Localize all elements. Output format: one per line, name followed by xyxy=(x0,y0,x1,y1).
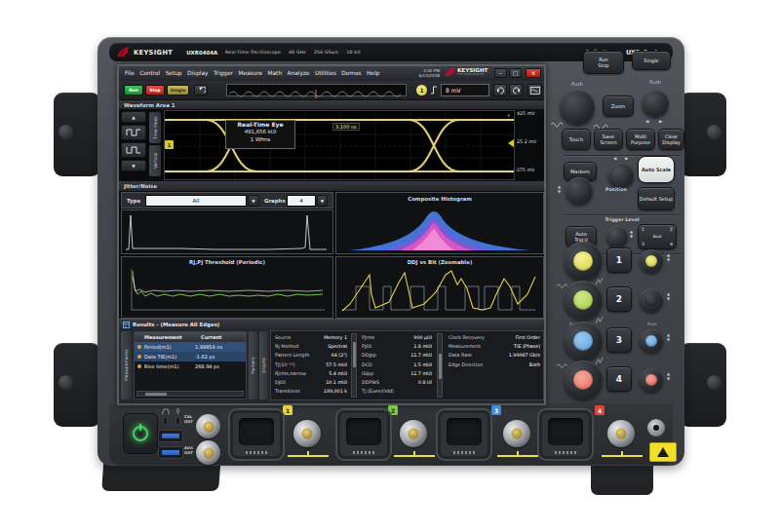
jitter-noise-titlebar: Jitter/Noise xyxy=(119,181,544,191)
ch2-button[interactable]: 2 xyxy=(606,286,632,312)
scrollbar-thumb[interactable] xyxy=(353,342,356,367)
cal-out-label: CALOUT xyxy=(184,415,193,424)
minimize-button[interactable]: – xyxy=(494,68,507,78)
clamp-screw xyxy=(707,375,722,390)
close-button[interactable]: × xyxy=(526,68,541,78)
trigger-level-field[interactable]: 8 mV xyxy=(441,84,489,96)
bezel-spec-rate: 256 GSa/s xyxy=(314,50,338,55)
run-button[interactable]: Run xyxy=(124,85,143,95)
ch1-scale-knob[interactable] xyxy=(564,242,603,281)
touch-button[interactable]: Touch xyxy=(562,129,591,150)
trigger-knob-arrows: ▲▼ xyxy=(630,230,633,239)
left-top-clamp xyxy=(54,93,100,176)
maximize-button[interactable]: □ xyxy=(509,68,522,78)
undo-icon[interactable] xyxy=(493,84,507,96)
tab-time-meas[interactable]: Time Meas xyxy=(149,112,161,143)
default-setup-button[interactable]: Default Setup xyxy=(638,187,675,210)
graphs-down-icon[interactable]: ▼ xyxy=(317,195,328,207)
single-button[interactable]: Single xyxy=(167,85,189,95)
ch3-offset-knob[interactable] xyxy=(640,329,663,353)
horizontal-position-knob[interactable] xyxy=(642,90,669,117)
save-screen-button[interactable]: Save Screen xyxy=(594,129,623,150)
trigger-level-marker[interactable] xyxy=(508,139,514,147)
tab-vertical[interactable]: Vertical xyxy=(149,145,161,176)
auto-scale-button[interactable]: Auto Scale xyxy=(638,156,675,183)
bezel-brand: KEYSIGHT xyxy=(134,49,173,57)
keysight-spark-icon xyxy=(445,67,455,77)
graphs-dropdown[interactable]: 4 xyxy=(287,195,316,207)
ch4-scale-knob[interactable] xyxy=(564,361,603,399)
table-hscrollbar[interactable] xyxy=(136,391,244,397)
ch2-scale-knob[interactable] xyxy=(564,281,603,320)
scrollbar-thumb[interactable] xyxy=(145,393,167,396)
trigger-source-pad[interactable]: 1 2 Aux 3 4 xyxy=(638,224,677,249)
menu-utilities[interactable]: Utilities xyxy=(315,70,336,76)
tab-measurements[interactable]: Measurements xyxy=(121,331,132,399)
ch4-offset-knob[interactable] xyxy=(640,368,663,392)
type-dropdown[interactable]: All xyxy=(145,195,247,207)
eye-diagram-graph[interactable]: Real-Time Eye 491,656 kUI 1 Wfms 3.100 n… xyxy=(164,110,515,180)
ch3-scale-knob[interactable] xyxy=(564,322,603,361)
menu-help[interactable]: Help xyxy=(367,70,379,76)
scale-up-button[interactable]: ▲ xyxy=(121,111,146,123)
stop-button[interactable]: Stop xyxy=(145,85,165,95)
redo-icon[interactable] xyxy=(509,84,523,96)
menu-control[interactable]: Control xyxy=(139,70,160,76)
ch2-offset-knob[interactable] xyxy=(640,288,663,312)
power-button[interactable] xyxy=(123,413,158,454)
scrollbar-thumb[interactable] xyxy=(439,354,442,379)
type-dropdown-arrow-icon[interactable]: ▼ xyxy=(248,195,259,207)
position-knob[interactable] xyxy=(566,177,593,205)
menu-file[interactable]: File xyxy=(125,70,135,76)
ch1-knob-cap xyxy=(645,255,657,267)
tie-histogram-chart[interactable] xyxy=(121,209,333,254)
scope-display-icon[interactable] xyxy=(527,84,542,96)
scale-down-button[interactable]: ▼ xyxy=(121,160,146,171)
ch1-offset-knob[interactable] xyxy=(640,249,663,273)
push-hint-right: Push xyxy=(644,80,667,85)
menu-setup[interactable]: Setup xyxy=(166,70,182,76)
tab-graphs-collapsed[interactable]: Graphs xyxy=(259,331,268,399)
composite-histogram-chart[interactable]: Composite Histogram xyxy=(335,192,544,254)
sine-small-icon xyxy=(550,121,564,129)
menu-trigger[interactable]: Trigger xyxy=(214,70,233,76)
waveform-close-icon[interactable]: × xyxy=(507,112,511,118)
microphone-jack xyxy=(176,417,180,425)
menu-display[interactable]: Display xyxy=(187,70,208,76)
table-row[interactable]: Rise time(m1) 268.94 ps xyxy=(135,361,246,371)
position-knob-arrows: ▲▼ xyxy=(558,185,561,194)
multi-purpose-button[interactable]: Multi Purpose xyxy=(626,129,655,150)
clear-display-icon[interactable] xyxy=(194,85,208,95)
ch1-button[interactable]: 1 xyxy=(606,247,632,273)
menu-demos[interactable]: Demos xyxy=(341,70,361,76)
menu-analyze[interactable]: Analyze xyxy=(288,70,310,76)
trigger-level-knob[interactable] xyxy=(606,226,628,247)
aux-label[interactable]: Aux xyxy=(653,234,662,240)
stats-vscrollbar[interactable] xyxy=(351,333,357,398)
rj-pj-threshold-chart[interactable]: RJ,PJ Threshold (Periodic) xyxy=(121,256,333,319)
usb-port-1 xyxy=(158,430,183,442)
waveform-preview-strip[interactable] xyxy=(226,84,407,96)
menu-math[interactable]: Math xyxy=(268,70,283,76)
single-button-panel[interactable]: Single xyxy=(632,51,671,70)
zoom-button[interactable]: Zoom xyxy=(603,95,634,117)
trigger-edge-icon xyxy=(430,85,438,95)
clear-display-button[interactable]: Clear Display xyxy=(658,129,684,150)
ddj-vs-bit-chart[interactable]: DDJ vs Bit (Zoomable) xyxy=(335,256,544,319)
pattern-button-1[interactable] xyxy=(121,125,146,140)
noise-zigzag-icon xyxy=(595,316,605,324)
stats-vscrollbar[interactable] xyxy=(437,333,443,398)
oscilloscope-screen: File Control Setup Display Trigger Measu… xyxy=(117,64,546,405)
table-row[interactable]: Data TIE(m1) -1.62 ps xyxy=(135,352,246,361)
menu-measure[interactable]: Measure xyxy=(238,70,262,76)
markers-knob[interactable] xyxy=(608,163,634,188)
ch4-button[interactable]: 4 xyxy=(606,366,632,392)
run-stop-button[interactable]: RunStop xyxy=(583,51,624,74)
tab-markers-collapsed[interactable]: Markers xyxy=(249,331,257,399)
trigger-source-badge[interactable]: 1 xyxy=(416,85,427,95)
bezel-model: UXR0404A xyxy=(186,50,217,56)
ch3-button[interactable]: 3 xyxy=(606,327,632,353)
pattern-button-2[interactable] xyxy=(121,142,146,158)
table-row[interactable]: Period(m1) 1.99854 ns xyxy=(135,342,246,352)
horizontal-scale-knob[interactable] xyxy=(560,90,595,125)
